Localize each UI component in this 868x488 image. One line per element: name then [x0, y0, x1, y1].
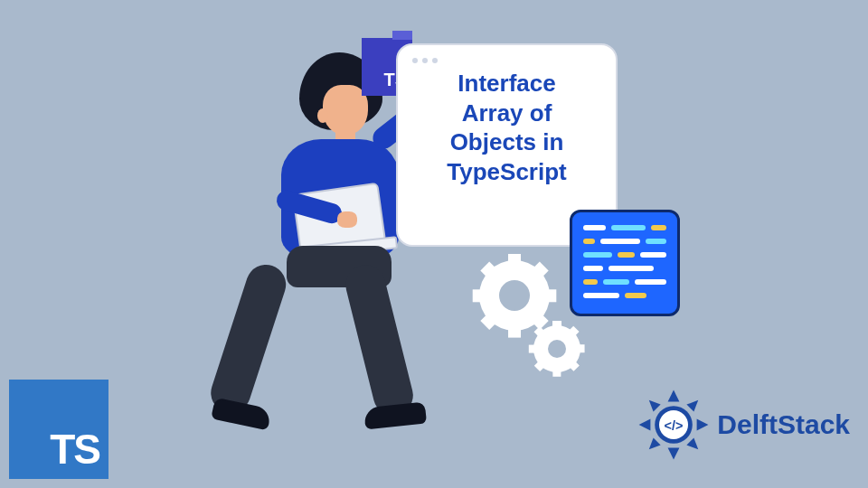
svg-marker-5 — [687, 400, 699, 412]
title-line-1: Interface — [412, 69, 601, 99]
title-text: Interface Array of Objects in TypeScript — [412, 69, 601, 186]
delftstack-label: DelftStack — [717, 409, 850, 440]
gear-large-icon — [479, 260, 550, 331]
person-shoe-right — [363, 402, 427, 430]
svg-text:</>: </> — [665, 418, 684, 433]
delftstack-logo: </> DelftStack — [637, 389, 850, 461]
ts-logo-label: TS — [50, 425, 99, 474]
title-line-2: Array of — [412, 99, 601, 128]
title-line-4: TypeScript — [412, 157, 601, 187]
illustration-scene: TS Interface Array of Objects in TypeScr… — [0, 0, 868, 488]
svg-marker-3 — [697, 419, 709, 431]
person-leg-right — [342, 261, 418, 420]
person-shoe-left — [211, 398, 272, 431]
gear-small-icon — [533, 325, 580, 372]
code-panel-icon — [570, 210, 680, 316]
svg-marker-7 — [687, 437, 699, 449]
svg-marker-1 — [668, 448, 680, 460]
svg-marker-4 — [649, 400, 661, 412]
svg-marker-2 — [639, 419, 651, 431]
svg-marker-0 — [668, 390, 680, 402]
typescript-logo: TS — [9, 380, 108, 479]
window-dots-icon — [412, 58, 601, 63]
person-ear — [317, 108, 328, 123]
delftstack-mark-icon: </> — [637, 389, 710, 461]
title-line-3: Objects in — [412, 127, 601, 157]
svg-marker-6 — [649, 437, 661, 449]
person-leg-left — [206, 259, 291, 418]
person-hand-left — [337, 211, 357, 228]
